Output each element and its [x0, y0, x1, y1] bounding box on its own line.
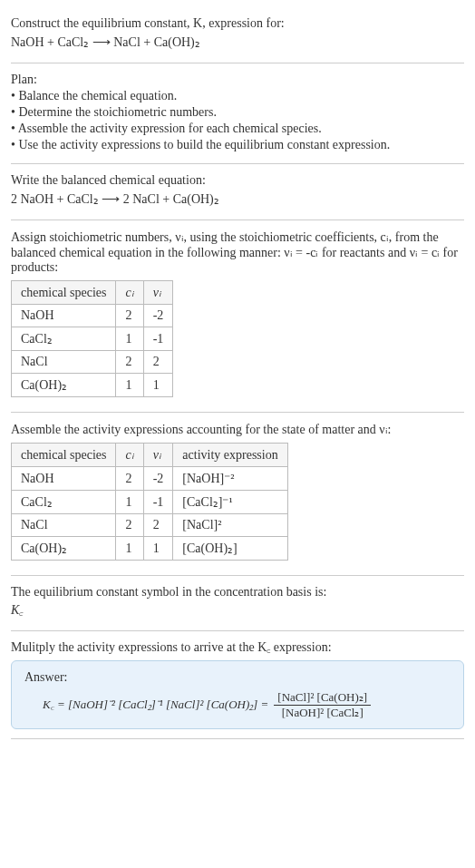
cell-species: NaOH: [12, 467, 116, 491]
plan-item-2: • Determine the stoichiometric numbers.: [11, 105, 464, 120]
cell-species: Ca(OH)₂: [12, 374, 116, 397]
table-row: CaCl₂ 1 -1 [CaCl₂]⁻¹: [12, 491, 288, 514]
kc-numerator: [NaCl]² [Ca(OH)₂]: [274, 690, 371, 706]
plan-heading: Plan:: [11, 73, 464, 87]
cell-species: Ca(OH)₂: [12, 537, 116, 561]
unbalanced-equation: NaOH + CaCl₂ ⟶ NaCl + Ca(OH)₂: [11, 34, 464, 50]
section-balanced: Write the balanced chemical equation: 2 …: [11, 164, 464, 220]
activity-heading: Assemble the activity expressions accoun…: [11, 422, 464, 437]
cell-ci: 2: [116, 305, 143, 327]
section-activity-table: Assemble the activity expressions accoun…: [11, 413, 464, 576]
plan-item-4: • Use the activity expressions to build …: [11, 138, 464, 152]
table-row: NaOH 2 -2 [NaOH]⁻²: [12, 467, 288, 491]
table-row: NaCl 2 2 [NaCl]²: [12, 514, 288, 537]
cell-ci: 2: [116, 351, 143, 374]
col-species: chemical species: [12, 281, 116, 305]
section-multiply: Mulitply the activity expressions to arr…: [11, 631, 464, 739]
kc-expression: K꜀ = [NaOH]⁻² [CaCl₂]⁻¹ [NaCl]² [Ca(OH)₂…: [24, 690, 451, 719]
balanced-heading: Write the balanced chemical equation:: [11, 173, 464, 188]
cell-species: NaOH: [12, 305, 116, 327]
section-prompt: Construct the equilibrium constant, K, e…: [11, 7, 464, 63]
section-plan: Plan: • Balance the chemical equation. •…: [11, 63, 464, 164]
kc-text: The equilibrium constant symbol in the c…: [11, 585, 464, 600]
cell-ci: 2: [116, 514, 143, 537]
cell-species: CaCl₂: [12, 327, 116, 351]
cell-ci: 1: [116, 537, 143, 561]
section-stoich-table: Assign stoichiometric numbers, νᵢ, using…: [11, 220, 464, 413]
table-row: CaCl₂ 1 -1: [12, 327, 173, 351]
answer-box: Answer: K꜀ = [NaOH]⁻² [CaCl₂]⁻¹ [NaCl]² …: [11, 660, 464, 729]
col-species: chemical species: [12, 444, 116, 467]
cell-ci: 1: [116, 327, 143, 351]
balanced-equation: 2 NaOH + CaCl₂ ⟶ 2 NaCl + Ca(OH)₂: [11, 191, 464, 207]
cell-nui: -1: [143, 327, 173, 351]
cell-species: NaCl: [12, 351, 116, 374]
cell-activity: [NaCl]²: [173, 514, 287, 537]
cell-nui: 1: [143, 374, 173, 397]
cell-activity: [Ca(OH)₂]: [173, 537, 287, 561]
multiply-text: Mulitply the activity expressions to arr…: [11, 640, 464, 655]
cell-ci: 2: [116, 467, 143, 491]
cell-species: CaCl₂: [12, 491, 116, 514]
table-header-row: chemical species cᵢ νᵢ activity expressi…: [12, 444, 288, 467]
cell-nui: 2: [143, 514, 173, 537]
kc-lhs: K꜀ = [NaOH]⁻² [CaCl₂]⁻¹ [NaCl]² [Ca(OH)₂…: [43, 697, 268, 712]
table-header-row: chemical species cᵢ νᵢ: [12, 281, 173, 305]
cell-ci: 1: [116, 374, 143, 397]
stoich-table: chemical species cᵢ νᵢ NaOH 2 -2 CaCl₂ 1…: [11, 280, 173, 397]
col-nui: νᵢ: [143, 444, 173, 467]
cell-activity: [CaCl₂]⁻¹: [173, 491, 287, 514]
cell-nui: 2: [143, 351, 173, 374]
col-ci: cᵢ: [116, 444, 143, 467]
table-row: NaOH 2 -2: [12, 305, 173, 327]
kc-symbol: K꜀: [11, 603, 464, 618]
table-row: Ca(OH)₂ 1 1: [12, 374, 173, 397]
cell-nui: 1: [143, 537, 173, 561]
table-row: NaCl 2 2: [12, 351, 173, 374]
answer-label: Answer:: [24, 670, 451, 685]
stoich-text: Assign stoichiometric numbers, νᵢ, using…: [11, 229, 464, 275]
cell-species: NaCl: [12, 514, 116, 537]
kc-denominator: [NaOH]² [CaCl₂]: [278, 706, 367, 720]
plan-item-1: • Balance the chemical equation.: [11, 89, 464, 103]
col-activity: activity expression: [173, 444, 287, 467]
cell-nui: -2: [143, 305, 173, 327]
prompt-text: Construct the equilibrium constant, K, e…: [11, 16, 464, 31]
table-row: Ca(OH)₂ 1 1 [Ca(OH)₂]: [12, 537, 288, 561]
kc-fraction: [NaCl]² [Ca(OH)₂] [NaOH]² [CaCl₂]: [274, 690, 371, 719]
plan-item-3: • Assemble the activity expression for e…: [11, 122, 464, 136]
cell-ci: 1: [116, 491, 143, 514]
section-kc-symbol: The equilibrium constant symbol in the c…: [11, 576, 464, 631]
cell-nui: -1: [143, 491, 173, 514]
cell-nui: -2: [143, 467, 173, 491]
cell-activity: [NaOH]⁻²: [173, 467, 287, 491]
activity-table: chemical species cᵢ νᵢ activity expressi…: [11, 443, 288, 561]
col-ci: cᵢ: [116, 281, 143, 305]
col-nui: νᵢ: [143, 281, 173, 305]
